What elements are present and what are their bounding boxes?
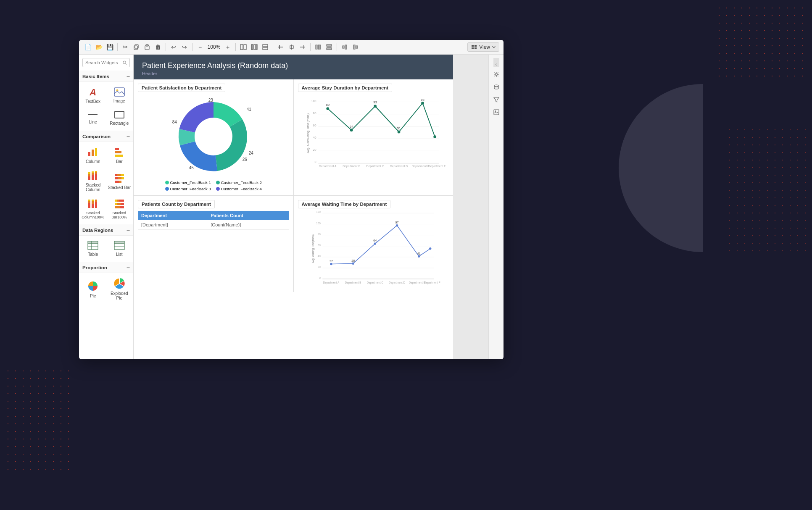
report-title: Patient Experience Analysis (Random data… xyxy=(142,61,445,70)
svg-rect-6 xyxy=(251,45,253,50)
stacked-column-icon xyxy=(87,171,98,181)
widget-table[interactable]: Table xyxy=(81,238,105,259)
svg-rect-10 xyxy=(263,47,268,50)
widget-stacked-bar[interactable]: Stacked Bar xyxy=(107,168,132,195)
svg-rect-75 xyxy=(115,206,120,208)
widget-textbox[interactable]: A TextBox xyxy=(81,84,105,106)
patients-table: Department Patients Count [Department] [… xyxy=(138,211,289,230)
new-doc-icon[interactable]: 📄 xyxy=(83,42,92,52)
svg-line-32 xyxy=(126,63,127,64)
view-button[interactable]: View xyxy=(467,42,499,52)
svg-rect-56 xyxy=(118,177,121,179)
svg-text:64: 64 xyxy=(373,239,377,242)
panel-avg-waiting: Average Waiting Time by Department Avg. … xyxy=(294,196,453,292)
svg-rect-51 xyxy=(95,171,97,172)
image-gallery-icon[interactable] xyxy=(491,107,501,117)
widget-column[interactable]: Column xyxy=(81,145,105,166)
redo-icon[interactable]: ↪ xyxy=(180,42,189,52)
distribute-icon-1[interactable] xyxy=(314,42,323,52)
col-department: Department xyxy=(138,211,207,220)
zoom-controls: − 100% + xyxy=(195,42,232,52)
view-label: View xyxy=(479,44,490,50)
align-icon-2[interactable] xyxy=(287,42,296,52)
table-label: Table xyxy=(88,252,98,257)
stacked-bar-icon xyxy=(114,173,125,184)
widget-line[interactable]: Line xyxy=(81,108,105,128)
svg-text:100: 100 xyxy=(311,99,316,103)
widget-exploded-pie[interactable]: Exploded Pie xyxy=(107,276,132,303)
align-icon-3[interactable] xyxy=(298,42,307,52)
search-box[interactable] xyxy=(82,58,130,67)
toolbar-sep-2 xyxy=(166,43,166,51)
dots-decoration-right-mid xyxy=(726,126,810,252)
svg-rect-67 xyxy=(95,200,97,202)
widget-rectangle[interactable]: Rectangle xyxy=(107,108,132,128)
image-icon xyxy=(114,87,125,97)
cell-department: [Department] xyxy=(138,220,207,230)
widget-list[interactable]: List xyxy=(107,238,132,259)
canvas-area[interactable]: Patient Experience Analysis (Random data… xyxy=(134,55,488,359)
size-icon-2[interactable] xyxy=(351,42,360,52)
svg-rect-70 xyxy=(115,200,117,202)
open-icon[interactable]: 📂 xyxy=(94,42,103,52)
widget-stacked-bar100[interactable]: Stacked Bar100% xyxy=(107,196,132,222)
layout-icon-1[interactable] xyxy=(239,42,248,52)
copy-icon[interactable] xyxy=(132,42,141,52)
image-label: Image xyxy=(113,99,125,103)
collapse-proportion[interactable]: − xyxy=(127,264,130,271)
delete-icon[interactable]: 🗑 xyxy=(153,42,163,52)
svg-text:51: 51 xyxy=(397,126,401,130)
svg-rect-3 xyxy=(146,45,148,46)
section-basic-items-label: Basic Items xyxy=(82,74,109,79)
svg-text:Avg. Waiting Time(mins): Avg. Waiting Time(mins) xyxy=(311,234,314,263)
legend-label-1: Customer_FeedBack 1 xyxy=(170,180,211,185)
svg-rect-9 xyxy=(263,45,268,47)
collapse-comparison[interactable]: − xyxy=(127,133,130,140)
svg-text:20: 20 xyxy=(313,148,316,152)
search-input[interactable] xyxy=(85,60,123,65)
line-label: Line xyxy=(89,120,97,124)
donut-label-84: 84 xyxy=(172,120,177,124)
svg-rect-24 xyxy=(345,45,347,49)
cut-icon[interactable]: ✂ xyxy=(121,42,130,52)
paste-icon[interactable] xyxy=(142,42,152,52)
section-data-regions: Data Regions − xyxy=(79,224,133,236)
collapse-data-regions[interactable]: − xyxy=(127,227,130,234)
textbox-icon: A xyxy=(90,87,96,98)
donut-label-45: 45 xyxy=(189,166,194,170)
zoom-in-icon[interactable]: + xyxy=(223,42,232,52)
comparison-grid: Column Bar xyxy=(79,142,133,224)
table-icon xyxy=(87,241,98,251)
align-icon-1[interactable] xyxy=(276,42,285,52)
widget-stacked-column100[interactable]: Stacked Column100% xyxy=(81,196,105,222)
zoom-out-icon[interactable]: − xyxy=(195,42,205,52)
save-icon[interactable]: 💾 xyxy=(105,42,114,52)
svg-text:60: 60 xyxy=(313,124,316,127)
section-comparison-label: Comparison xyxy=(82,134,111,139)
widget-bar[interactable]: Bar xyxy=(107,145,132,166)
collapse-basic-items[interactable]: − xyxy=(127,73,130,80)
svg-rect-17 xyxy=(316,45,317,49)
filter-icon[interactable] xyxy=(491,95,501,105)
data-icon[interactable] xyxy=(491,82,501,92)
widget-stacked-column[interactable]: Stacked Column xyxy=(81,168,105,195)
svg-rect-27 xyxy=(472,45,474,47)
svg-rect-1 xyxy=(135,45,138,48)
donut-label-26: 26 xyxy=(243,157,247,162)
widget-image[interactable]: Image xyxy=(107,84,132,106)
undo-icon[interactable]: ↩ xyxy=(169,42,178,52)
layout-icon-3[interactable] xyxy=(261,42,270,52)
widget-pie[interactable]: Pie xyxy=(81,276,105,303)
size-icon-1[interactable] xyxy=(340,42,349,52)
stacked-bar-label: Stacked Bar xyxy=(108,185,131,190)
svg-text:40: 40 xyxy=(313,136,316,139)
layout-icon-2[interactable] xyxy=(250,42,259,52)
distribute-icon-2[interactable] xyxy=(324,42,334,52)
patient-satisfaction-title: Patient Satisfaction by Department xyxy=(138,84,225,92)
svg-text:40: 40 xyxy=(317,255,321,258)
svg-rect-20 xyxy=(327,45,332,46)
settings-icon[interactable] xyxy=(491,69,501,79)
svg-rect-62 xyxy=(88,200,90,201)
legend-label-2: Customer_FeedBack 2 xyxy=(221,180,262,185)
collapse-sidebar-btn[interactable]: ‹ xyxy=(493,58,499,67)
